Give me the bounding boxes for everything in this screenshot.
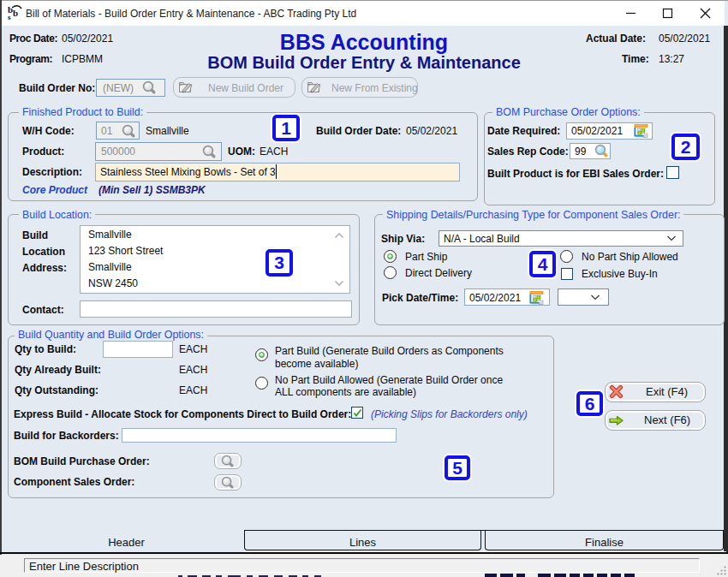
svg-text:s: s	[8, 13, 11, 21]
svg-text:b: b	[13, 8, 18, 18]
